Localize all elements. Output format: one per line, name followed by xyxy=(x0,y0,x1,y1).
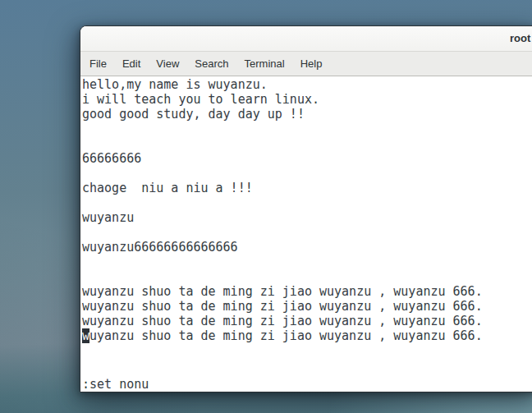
terminal-blank-line xyxy=(82,136,532,151)
menu-item-terminal[interactable]: Terminal xyxy=(244,56,286,71)
terminal-blank-line xyxy=(82,122,532,136)
menu-item-search[interactable]: Search xyxy=(194,56,229,71)
menu-item-file[interactable]: File xyxy=(89,56,108,71)
desktop: { "window": { "title": "root", "menu": {… xyxy=(0,0,532,413)
window-titlebar[interactable]: root xyxy=(80,26,532,52)
window-title: root xyxy=(510,26,530,51)
terminal-screen[interactable]: hello,my name is wuyanzu. i will teach y… xyxy=(80,76,532,392)
terminal-line: wuyanzu shuo ta de ming zi jiao wuyanzu … xyxy=(82,284,532,299)
terminal-empty-area xyxy=(82,343,532,377)
terminal-line-with-cursor: wuyanzu shuo ta de ming zi jiao wuyanzu … xyxy=(82,328,532,343)
terminal-line: chaoge niu a niu a !!! xyxy=(82,181,532,195)
terminal-line: hello,my name is wuyanzu. xyxy=(82,77,532,92)
terminal-blank-line xyxy=(82,225,532,240)
menu-item-help[interactable]: Help xyxy=(300,56,323,71)
terminal-line: wuyanzu66666666666666 xyxy=(82,240,532,255)
vim-block-cursor: w xyxy=(82,328,89,343)
menu-bar: File Edit View Search Terminal Help xyxy=(80,52,532,76)
terminal-line: good good study, day day up !! xyxy=(82,107,532,122)
terminal-line: 66666666 xyxy=(82,151,532,166)
terminal-line: wuyanzu shuo ta de ming zi jiao wuyanzu … xyxy=(82,314,532,328)
vim-command-line: :set nonu xyxy=(82,377,532,392)
terminal-blank-line xyxy=(82,269,532,284)
terminal-line: i will teach you to learn linux. xyxy=(82,92,532,107)
menu-item-view[interactable]: View xyxy=(155,56,180,71)
terminal-line: wuyanzu xyxy=(82,210,532,225)
terminal-window: root File Edit View Search Terminal Help… xyxy=(80,25,532,392)
terminal-blank-line xyxy=(82,166,532,181)
terminal-line: wuyanzu shuo ta de ming zi jiao wuyanzu … xyxy=(82,299,532,314)
terminal-blank-line xyxy=(82,255,532,269)
terminal-line-text: uyanzu shuo ta de ming zi jiao wuyanzu ,… xyxy=(89,328,483,343)
menu-item-edit[interactable]: Edit xyxy=(122,56,141,71)
terminal-blank-line xyxy=(82,195,532,210)
